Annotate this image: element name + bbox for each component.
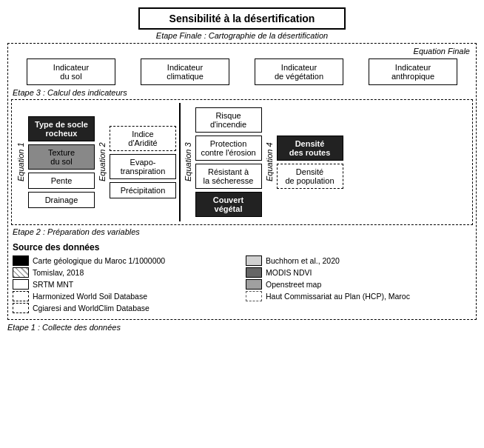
legend-text-tomislav: Tomislav, 2018 (33, 268, 84, 277)
swatch-black (13, 255, 29, 266)
legend-text-harmonized: Harmonized World Soil Database (33, 292, 147, 301)
equation3-label: Equation 3 (182, 103, 194, 221)
item-risque-incendie: Risqued'incendie (195, 107, 262, 133)
legend-item-hcp: Haut Commissariat au Plan (HCP), Maroc (246, 291, 471, 301)
item-densite-population: Densitéde population (277, 164, 343, 189)
item-evapotranspiration: Evapo-transpiration (110, 154, 176, 179)
swatch-light-grey (246, 255, 262, 266)
item-densite-routes: Densitédes routes (277, 136, 343, 161)
etape2-label: Etape 2 : Préparation des variables (11, 227, 473, 236)
indicateur-sol: Indicateurdu sol (27, 58, 115, 85)
item-drainage: Drainage (28, 192, 95, 208)
legend-item-carte-geo: Carte géologique du Maroc 1/1000000 (13, 255, 238, 266)
vertical-divider (179, 103, 181, 221)
legend-text-cgiaresi: Cgiaresi and WorldClim Database (33, 304, 149, 312)
item-resistant-secheresse: Résistant àla sécheresse (195, 164, 262, 189)
swatch-medium-grey (246, 279, 262, 290)
legend-item-modis: MODIS NDVI (246, 267, 471, 278)
swatch-white-dashed (13, 291, 29, 301)
col2-group: Indiced'Aridité Evapo-transpiration Préc… (108, 103, 178, 221)
item-type-socle: Type de soclerocheux (28, 116, 95, 141)
equation4-label: Equation 4 (263, 103, 275, 221)
indicateur-vegetation: Indicateurde végétation (255, 58, 343, 85)
legend-text-carte-geo: Carte géologique du Maroc 1/1000000 (33, 256, 165, 265)
indicateurs-row: Indicateurdu sol Indicateurclimatique In… (11, 58, 473, 85)
swatch-light-dashed (13, 303, 29, 313)
legend-item-buchhorn: Buchhorn et al., 2020 (246, 255, 471, 266)
swatch-white (13, 279, 29, 290)
item-indice-aridite: Indiced'Aridité (110, 126, 176, 151)
inner-dashed-container: Equation 1 Type de soclerocheux Textured… (11, 99, 473, 225)
legend-text-hcp: Haut Commissariat au Plan (HCP), Maroc (266, 292, 410, 301)
main-title: Sensibilité à la désertification (138, 7, 346, 30)
legend-item-tomislav: Tomislav, 2018 (13, 267, 238, 278)
swatch-dotted-border (246, 291, 262, 301)
legend-text-openstreet: Openstreet map (266, 280, 321, 289)
item-texture-sol: Texturedu sol (28, 144, 95, 170)
item-pente: Pente (28, 173, 95, 189)
legend-text-buchhorn: Buchhorn et al., 2020 (266, 256, 340, 265)
indicateur-anthropique: Indicateuranthropique (369, 58, 457, 85)
legend-section: Source des données Carte géologique du M… (11, 239, 473, 316)
col4-group: Densitédes routes Densitéde population (275, 103, 345, 221)
etape3-label: Etape 3 : Calcul des indicateurs (11, 88, 473, 97)
legend-item-openstreet: Openstreet map (246, 279, 471, 290)
equation-finale-label: Equation Finale (11, 47, 473, 56)
etape1-label: Etape 1 : Collecte des données (7, 323, 477, 332)
subtitle: Etape Finale : Cartographie de la désert… (7, 31, 477, 40)
swatch-hatched (13, 267, 29, 278)
outer-dashed-container: Equation Finale Indicateurdu sol Indicat… (7, 43, 477, 320)
equation1-label: Equation 1 (15, 103, 27, 221)
main-container: Sensibilité à la désertification Etape F… (7, 7, 477, 332)
legend-text-modis: MODIS NDVI (266, 268, 312, 277)
legend-text-srtm: SRTM MNT (33, 280, 73, 289)
legend-item-cgiaresi: Cgiaresi and WorldClim Database (13, 303, 238, 313)
legend-title: Source des données (13, 242, 471, 253)
indicateur-climatique: Indicateurclimatique (141, 58, 229, 85)
item-precipitation: Précipitation (110, 182, 176, 198)
col1-group: Type de soclerocheux Texturedu sol Pente… (27, 103, 96, 221)
legend-item-harmonized: Harmonized World Soil Database (13, 291, 238, 301)
item-couvert-vegetal: Couvertvégétal (195, 192, 262, 217)
legend-item-srtm: SRTM MNT (13, 279, 238, 290)
swatch-dark-grey (246, 267, 262, 278)
col3-group: Risqued'incendie Protectioncontre l'éros… (194, 103, 263, 221)
item-protection-erosion: Protectioncontre l'érosion (195, 136, 262, 161)
equation2-label: Equation 2 (96, 103, 108, 221)
legend-grid: Carte géologique du Maroc 1/1000000 Buch… (13, 255, 471, 313)
columns-layout: Equation 1 Type de soclerocheux Textured… (15, 103, 469, 221)
